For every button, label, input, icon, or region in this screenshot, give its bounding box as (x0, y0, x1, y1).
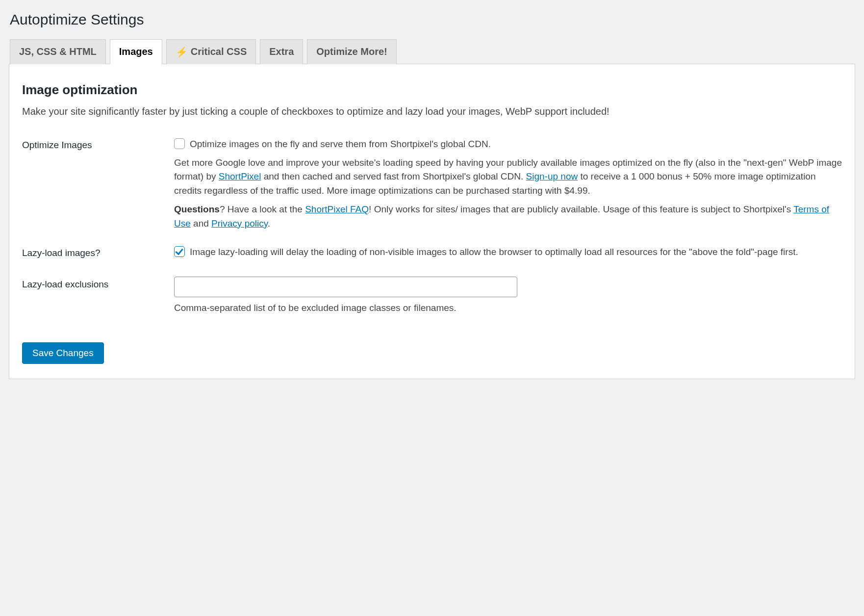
tab-critical-css[interactable]: ⚡ Critical CSS (166, 39, 256, 64)
tab-optimize-more[interactable]: Optimize More! (307, 39, 396, 64)
signup-link[interactable]: Sign-up now (526, 171, 578, 181)
row-lazy-excl-value: Comma-separated list of to be excluded i… (174, 270, 842, 323)
page-title: Autoptimize Settings (10, 9, 855, 30)
optimize-images-checkbox-label: Optimize images on the fly and serve the… (190, 137, 842, 151)
nav-tabs: JS, CSS & HTML Images ⚡ Critical CSS Ext… (10, 39, 855, 64)
row-lazy-load-value: Image lazy-loading will delay the loadin… (174, 238, 842, 270)
submit-row: Save Changes (22, 342, 842, 364)
tab-critical-css-label: Critical CSS (191, 45, 247, 59)
lightning-icon: ⚡ (176, 47, 188, 57)
row-optimize-images-value: Optimize images on the fly and serve the… (174, 130, 842, 238)
tab-extra[interactable]: Extra (260, 39, 303, 64)
form-table: Optimize Images Optimize images on the f… (22, 130, 842, 323)
optimize-images-help-2: Questions? Have a look at the ShortPixel… (174, 203, 842, 231)
shortpixel-link[interactable]: ShortPixel (219, 171, 261, 181)
row-lazy-excl-label: Lazy-load exclusions (22, 270, 174, 323)
optimize-images-checkbox[interactable] (174, 138, 185, 149)
section-heading: Image optimization (22, 81, 842, 100)
save-changes-button[interactable]: Save Changes (22, 342, 104, 364)
lazy-load-checkbox[interactable] (174, 246, 185, 257)
lazy-excl-help: Comma-separated list of to be excluded i… (174, 301, 842, 315)
settings-panel: Image optimization Make your site signif… (9, 64, 855, 380)
row-lazy-load-label: Lazy-load images? (22, 238, 174, 270)
privacy-link[interactable]: Privacy policy (211, 218, 268, 229)
shortpixel-faq-link[interactable]: ShortPixel FAQ (305, 204, 369, 214)
tab-images[interactable]: Images (110, 39, 162, 64)
lazy-load-exclusions-input[interactable] (174, 277, 517, 297)
row-optimize-images-label: Optimize Images (22, 130, 174, 238)
optimize-images-help-1: Get more Google love and improve your we… (174, 156, 842, 198)
section-description: Make your site significantly faster by j… (22, 104, 842, 119)
lazy-load-checkbox-label: Image lazy-loading will delay the loadin… (190, 245, 842, 259)
tab-js-css-html[interactable]: JS, CSS & HTML (10, 39, 106, 64)
